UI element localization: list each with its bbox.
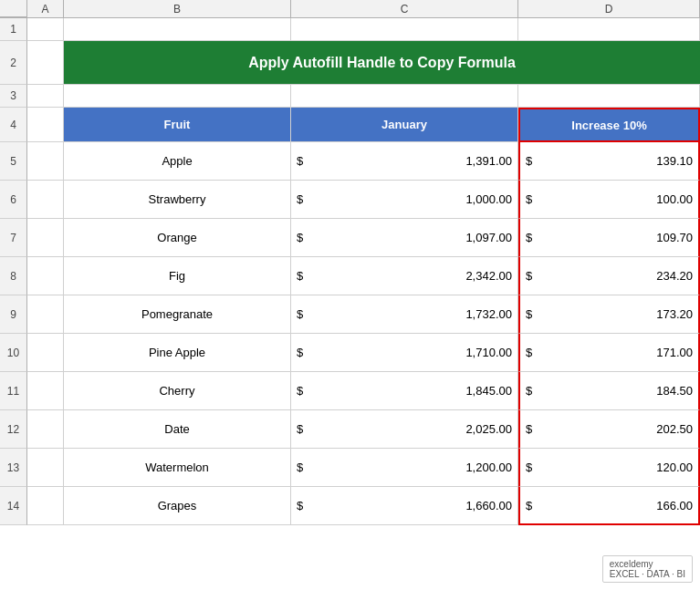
cell-3a[interactable]: [27, 85, 64, 108]
cell-9b-fruit[interactable]: Pomegranate: [64, 295, 291, 334]
header-row: 4 Fruit January Increase 10%: [0, 108, 700, 142]
dollar-jan-10: $: [297, 346, 311, 359]
amount-jan-8: 2,342.00: [311, 269, 512, 283]
cell-9d-inc[interactable]: $ 173.20: [518, 295, 700, 334]
cell-1c[interactable]: [291, 18, 518, 41]
dollar-inc-10: $: [526, 346, 540, 359]
amount-inc-11: 184.50: [540, 384, 693, 398]
cell-6c-jan[interactable]: $ 1,000.00: [291, 181, 518, 219]
amount-inc-7: 109.70: [540, 231, 693, 244]
cell-11a[interactable]: [27, 372, 64, 410]
cell-7d-inc[interactable]: $ 109.70: [518, 219, 700, 257]
data-row-10: 10 Pine Apple $ 1,710.00 $ 171.00: [0, 334, 700, 372]
amount-inc-8: 234.20: [540, 269, 693, 283]
cell-6d-inc[interactable]: $ 100.00: [518, 181, 700, 219]
row-num-10: 10: [0, 334, 27, 372]
row-1: 1: [0, 18, 700, 41]
data-row-13: 13 Watermelon $ 1,200.00 $ 120.00: [0, 449, 700, 487]
cell-7a[interactable]: [27, 219, 64, 257]
data-row-12: 12 Date $ 2,025.00 $ 202.50: [0, 410, 700, 449]
cell-8c-jan[interactable]: $ 2,342.00: [291, 257, 518, 295]
cell-1d[interactable]: [518, 18, 700, 41]
cell-14a[interactable]: [27, 487, 64, 525]
row-num-12: 12: [0, 410, 27, 449]
dollar-jan-7: $: [297, 231, 311, 244]
amount-inc-13: 120.00: [540, 461, 693, 474]
amount-inc-12: 202.50: [540, 422, 693, 436]
cell-12a[interactable]: [27, 410, 64, 449]
amount-jan-12: 2,025.00: [311, 422, 512, 436]
cell-2a[interactable]: [27, 41, 64, 85]
dollar-jan-14: $: [297, 499, 311, 512]
cell-3b[interactable]: [64, 85, 291, 108]
cell-14b-fruit[interactable]: Grapes: [64, 487, 291, 525]
col-header-a: A: [27, 0, 64, 17]
row-num-5: 5: [0, 142, 27, 181]
row-2: 2 Apply Autofill Handle to Copy Formula: [0, 41, 700, 85]
cell-13b-fruit[interactable]: Watermelon: [64, 449, 291, 487]
cell-11b-fruit[interactable]: Cherry: [64, 372, 291, 410]
cell-12d-inc[interactable]: $ 202.50: [518, 410, 700, 449]
row-num-13: 13: [0, 449, 27, 487]
amount-jan-5: 1,391.00: [311, 154, 512, 168]
dollar-jan-12: $: [297, 422, 311, 436]
cell-10c-jan[interactable]: $ 1,710.00: [291, 334, 518, 372]
cell-10b-fruit[interactable]: Pine Apple: [64, 334, 291, 372]
cell-3c[interactable]: [291, 85, 518, 108]
cell-5c-jan[interactable]: $ 1,391.00: [291, 142, 518, 181]
corner-cell: [0, 0, 27, 17]
row-num-6: 6: [0, 181, 27, 219]
cell-11c-jan[interactable]: $ 1,845.00: [291, 372, 518, 410]
amount-jan-7: 1,097.00: [311, 231, 512, 244]
cell-1a[interactable]: [27, 18, 64, 41]
data-row-6: 6 Strawberry $ 1,000.00 $ 100.00: [0, 181, 700, 219]
col-header-c: C: [291, 0, 518, 17]
data-rows-container: 5 Apple $ 1,391.00 $ 139.10 6 Strawberry…: [0, 142, 700, 525]
cell-14d-inc[interactable]: $ 166.00: [518, 487, 700, 525]
header-january: January: [291, 108, 518, 142]
cell-10d-inc[interactable]: $ 171.00: [518, 334, 700, 372]
row-num-11: 11: [0, 372, 27, 410]
cell-6a[interactable]: [27, 181, 64, 219]
cell-1b[interactable]: [64, 18, 291, 41]
cell-5b-fruit[interactable]: Apple: [64, 142, 291, 181]
column-headers: A B C D: [0, 0, 700, 18]
title-text: Apply Autofill Handle to Copy Formula: [248, 55, 516, 71]
cell-12b-fruit[interactable]: Date: [64, 410, 291, 449]
cell-7c-jan[interactable]: $ 1,097.00: [291, 219, 518, 257]
cell-11d-inc[interactable]: $ 184.50: [518, 372, 700, 410]
cell-8b-fruit[interactable]: Fig: [64, 257, 291, 295]
dollar-inc-8: $: [526, 269, 540, 283]
cell-8d-inc[interactable]: $ 234.20: [518, 257, 700, 295]
cell-4a[interactable]: [27, 108, 64, 142]
cell-12c-jan[interactable]: $ 2,025.00: [291, 410, 518, 449]
dollar-inc-7: $: [526, 231, 540, 244]
data-row-11: 11 Cherry $ 1,845.00 $ 184.50: [0, 372, 700, 410]
cell-5d-inc[interactable]: $ 139.10: [518, 142, 700, 181]
dollar-inc-11: $: [526, 384, 540, 398]
cell-13c-jan[interactable]: $ 1,200.00: [291, 449, 518, 487]
dollar-jan-8: $: [297, 269, 311, 283]
row-3: 3: [0, 85, 700, 108]
header-fruit: Fruit: [64, 108, 291, 142]
cell-9c-jan[interactable]: $ 1,732.00: [291, 295, 518, 334]
cell-3d[interactable]: [518, 85, 700, 108]
amount-inc-10: 171.00: [540, 346, 693, 359]
dollar-jan-6: $: [297, 192, 311, 206]
amount-jan-11: 1,845.00: [311, 384, 512, 398]
dollar-jan-9: $: [297, 307, 311, 321]
cell-10a[interactable]: [27, 334, 64, 372]
cell-13d-inc[interactable]: $ 120.00: [518, 449, 700, 487]
data-row-9: 9 Pomegranate $ 1,732.00 $ 173.20: [0, 295, 700, 334]
dollar-inc-13: $: [526, 461, 540, 474]
cell-9a[interactable]: [27, 295, 64, 334]
cell-7b-fruit[interactable]: Orange: [64, 219, 291, 257]
cell-8a[interactable]: [27, 257, 64, 295]
cell-6b-fruit[interactable]: Strawberry: [64, 181, 291, 219]
cell-14c-jan[interactable]: $ 1,660.00: [291, 487, 518, 525]
amount-inc-5: 139.10: [540, 154, 693, 168]
title-cell: Apply Autofill Handle to Copy Formula: [64, 41, 700, 85]
cell-13a[interactable]: [27, 449, 64, 487]
dollar-jan-13: $: [297, 461, 311, 474]
cell-5a[interactable]: [27, 142, 64, 181]
